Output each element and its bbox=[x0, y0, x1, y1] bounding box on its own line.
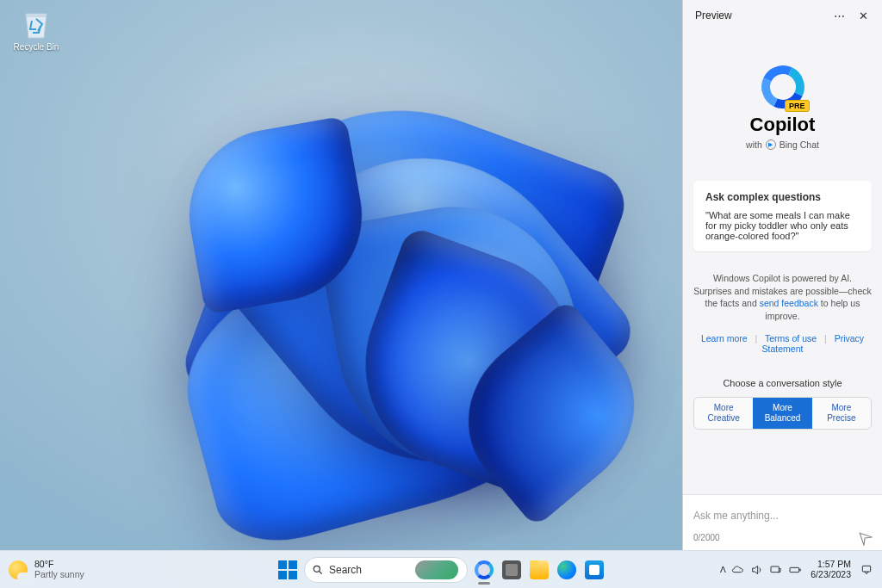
copilot-header-title: Preview bbox=[690, 9, 827, 22]
conversation-style-label: Choose a conversation style bbox=[693, 378, 872, 388]
svg-point-0 bbox=[314, 566, 320, 572]
clock-time: 1:57 PM bbox=[811, 560, 851, 570]
suggestion-card-title: Ask complex questions bbox=[705, 191, 860, 203]
svg-line-1 bbox=[320, 571, 322, 573]
copilot-logo: PRE bbox=[761, 65, 804, 108]
volume-icon[interactable] bbox=[750, 563, 764, 577]
copilot-name: Copilot bbox=[693, 114, 872, 136]
disclaimer-text: Windows Copilot is powered by AI. Surpri… bbox=[693, 272, 872, 323]
clock-date: 6/23/2023 bbox=[811, 570, 851, 580]
chat-input[interactable]: Ask me anything... bbox=[693, 502, 872, 529]
search-placeholder: Search bbox=[329, 564, 410, 576]
copilot-header: Preview ⋯ ✕ bbox=[683, 0, 882, 31]
start-button[interactable] bbox=[276, 559, 299, 581]
taskbar: 80°F Partly sunny Search ᐱ bbox=[0, 550, 882, 588]
task-view-button[interactable] bbox=[500, 559, 523, 581]
file-explorer-button[interactable] bbox=[528, 559, 550, 581]
notifications-icon[interactable] bbox=[860, 563, 873, 577]
svg-rect-3 bbox=[790, 567, 799, 572]
send-feedback-link[interactable]: send feedback bbox=[760, 298, 818, 308]
weather-icon bbox=[9, 560, 28, 579]
copilot-subtitle: with ▶ Bing Chat bbox=[693, 139, 872, 150]
taskbar-search[interactable]: Search bbox=[304, 557, 468, 583]
style-balanced-button[interactable]: More Balanced bbox=[753, 398, 811, 429]
svg-rect-2 bbox=[771, 566, 779, 573]
svg-rect-4 bbox=[800, 568, 801, 571]
taskbar-copilot-button[interactable] bbox=[473, 559, 495, 581]
battery-icon[interactable] bbox=[788, 563, 802, 577]
send-icon[interactable] bbox=[853, 526, 874, 548]
system-tray: ᐱ 1:57 PM 6/23/2023 bbox=[720, 560, 882, 579]
copilot-panel: Preview ⋯ ✕ PRE Copilot with ▶ Bing Chat… bbox=[682, 0, 882, 550]
weather-temp: 80°F bbox=[34, 560, 84, 570]
tray-overflow-icon[interactable]: ᐱ bbox=[720, 565, 726, 574]
char-counter: 0/2000 bbox=[693, 533, 720, 542]
clock[interactable]: 1:57 PM 6/23/2023 bbox=[811, 560, 851, 579]
footer-links: Learn more | Terms of use | Privacy Stat… bbox=[693, 333, 872, 354]
style-creative-button[interactable]: More Creative bbox=[694, 398, 753, 429]
terms-link[interactable]: Terms of use bbox=[765, 333, 817, 344]
suggestion-card[interactable]: Ask complex questions "What are some mea… bbox=[693, 181, 872, 251]
wallpaper-bloom bbox=[103, 77, 663, 525]
recycle-bin-label: Recycle Bin bbox=[9, 42, 64, 52]
onedrive-icon[interactable] bbox=[731, 563, 745, 577]
store-button[interactable] bbox=[583, 559, 606, 581]
desktop[interactable]: Recycle Bin Preview ⋯ ✕ PRE Copilot with… bbox=[0, 0, 882, 588]
conversation-style-selector: More Creative More Balanced More Precise bbox=[693, 397, 872, 430]
suggestion-card-example: "What are some meals I can make for my p… bbox=[705, 210, 860, 241]
more-icon[interactable]: ⋯ bbox=[827, 9, 851, 22]
recycle-bin-icon[interactable]: Recycle Bin bbox=[9, 7, 64, 52]
bing-icon: ▶ bbox=[766, 139, 776, 150]
svg-rect-5 bbox=[862, 566, 870, 572]
network-icon[interactable] bbox=[769, 563, 783, 577]
style-precise-button[interactable]: More Precise bbox=[812, 398, 871, 429]
edge-button[interactable] bbox=[556, 559, 578, 581]
search-icon bbox=[312, 564, 324, 576]
chat-input-area: Ask me anything... 0/2000 bbox=[683, 494, 882, 550]
weather-condition: Partly sunny bbox=[34, 570, 84, 580]
search-highlight-icon bbox=[415, 560, 458, 579]
weather-widget[interactable]: 80°F Partly sunny bbox=[0, 560, 84, 579]
close-icon[interactable]: ✕ bbox=[851, 9, 875, 22]
learn-more-link[interactable]: Learn more bbox=[701, 333, 748, 344]
